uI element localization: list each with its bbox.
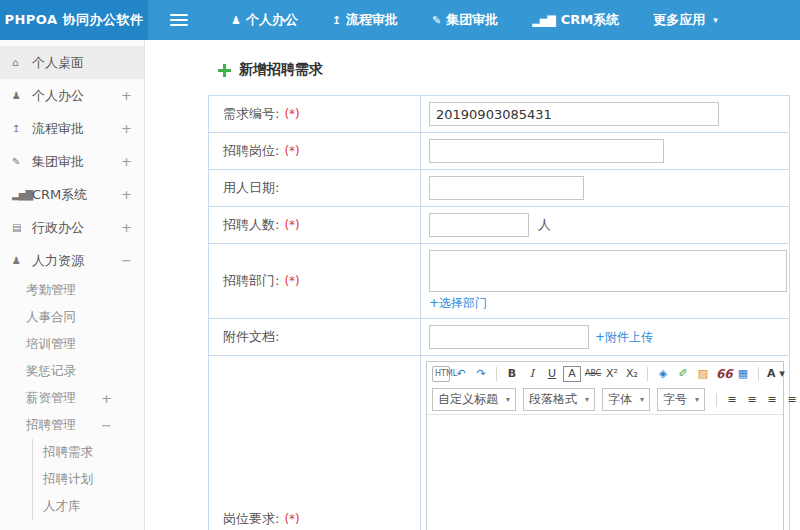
nav-item-label: CRM系统 bbox=[561, 11, 620, 29]
caret-down-icon: ▾ bbox=[585, 395, 589, 404]
sidebar-item-label: 流程审批 bbox=[32, 120, 84, 138]
nav-item[interactable]: ▂▅▇CRM系统 bbox=[515, 0, 636, 40]
sidebar-item[interactable]: 人才库 bbox=[32, 493, 144, 520]
table-icon[interactable]: ▦ bbox=[734, 365, 752, 383]
subscript-icon[interactable]: X₂ bbox=[623, 365, 641, 383]
chart-icon: ▂▅▇ bbox=[532, 14, 554, 27]
sidebar-item[interactable]: 考勤管理 bbox=[0, 277, 144, 304]
approve-icon: ✎ bbox=[12, 156, 32, 167]
attachment-upload-link[interactable]: +附件上传 bbox=[595, 329, 653, 346]
field-label: 招聘人数: (*) bbox=[209, 207, 421, 243]
field-label: 附件文档: bbox=[209, 319, 421, 355]
sidebar-item-label: 培训管理 bbox=[26, 336, 76, 353]
sidebar-item[interactable]: ↥流程审批+ bbox=[0, 112, 144, 145]
attachment-input[interactable] bbox=[429, 325, 589, 349]
sidebar-item[interactable]: 人事合同 bbox=[0, 304, 144, 331]
expand-toggle[interactable]: + bbox=[121, 154, 132, 169]
highlight-icon[interactable]: ▨ bbox=[694, 365, 712, 383]
expand-toggle[interactable]: + bbox=[121, 187, 132, 202]
sidebar-item[interactable]: ▂▅▇CRM系统+ bbox=[0, 178, 144, 211]
italic-icon[interactable]: I bbox=[523, 365, 541, 383]
field-value: +附件上传 bbox=[421, 319, 789, 355]
paragraph-format-select[interactable]: 段落格式▾ bbox=[523, 388, 595, 411]
sidebar-item[interactable]: 培训管理 bbox=[0, 331, 144, 358]
sidebar-item[interactable]: 奖惩记录 bbox=[0, 358, 144, 385]
sidebar-item[interactable]: ♟人力资源− bbox=[0, 244, 144, 277]
expand-toggle[interactable]: + bbox=[121, 121, 132, 136]
nav-item-label: 流程审批 bbox=[346, 11, 398, 29]
align-justify-icon[interactable]: ≡ bbox=[783, 391, 800, 409]
chart-icon: ▂▅▇ bbox=[12, 189, 32, 200]
editor-toolbar-row2: 自定义标题▾段落格式▾字体▾字号▾≡≡≡≡ bbox=[427, 386, 783, 415]
field-label: 用人日期: bbox=[209, 170, 421, 206]
font-size-select[interactable]: 字号▾ bbox=[657, 388, 705, 411]
nav-item-label: 集团审批 bbox=[446, 11, 498, 29]
expand-toggle[interactable]: + bbox=[121, 88, 132, 103]
form-row-requirements: 岗位要求: (*) HTML↶↷BIUAABCX²X₂◈✐▨66▦A ▾ 自定义… bbox=[209, 356, 789, 530]
label-text: 附件文档: bbox=[223, 328, 279, 346]
nav-item[interactable]: ♟个人办公 bbox=[214, 0, 315, 40]
editor-content[interactable] bbox=[427, 415, 783, 530]
nav-item[interactable]: ↥流程审批 bbox=[315, 0, 415, 40]
desktop-icon: ⌂ bbox=[12, 57, 32, 68]
process-icon: ↥ bbox=[332, 14, 340, 27]
menu-toggle-icon[interactable] bbox=[170, 14, 188, 26]
undo-icon[interactable]: ↶ bbox=[452, 365, 470, 383]
font-color-dropdown[interactable]: A ▾ bbox=[765, 365, 783, 383]
headcount-input[interactable] bbox=[429, 213, 529, 237]
label-text: 招聘人数: bbox=[223, 216, 279, 234]
sidebar-item-label: 行政办公 bbox=[32, 219, 84, 237]
underline-icon[interactable]: U bbox=[543, 365, 561, 383]
label-text: 岗位要求: bbox=[223, 510, 279, 528]
nav-item[interactable]: ✎集团审批 bbox=[415, 0, 515, 40]
strikethrough-icon[interactable]: ABC bbox=[583, 365, 601, 383]
sidebar-item[interactable]: 招聘计划 bbox=[32, 466, 144, 493]
align-right-icon[interactable]: ≡ bbox=[763, 391, 781, 409]
demand-no-input[interactable] bbox=[429, 102, 719, 126]
format-brush-icon[interactable]: ✐ bbox=[674, 365, 692, 383]
sidebar-item-label: 人力资源 bbox=[32, 252, 84, 270]
select-department-link[interactable]: +选择部门 bbox=[429, 295, 487, 312]
html-source-button[interactable]: HTML bbox=[432, 366, 450, 382]
font-family-select[interactable]: 字体▾ bbox=[602, 388, 650, 411]
hire-date-input[interactable] bbox=[429, 176, 584, 200]
sidebar-item[interactable]: 薪资管理+ bbox=[0, 385, 144, 412]
app-window: PHPOA 协同办公软件 ♟个人办公↥流程审批✎集团审批▂▅▇CRM系统更多应用… bbox=[0, 0, 800, 530]
font-box-icon[interactable]: A bbox=[563, 366, 581, 382]
expand-toggle[interactable]: + bbox=[121, 220, 132, 235]
sidebar-item[interactable]: ✎集团审批+ bbox=[0, 145, 144, 178]
align-left-icon[interactable]: ≡ bbox=[723, 391, 741, 409]
label-text: 招聘部门: bbox=[223, 272, 279, 290]
expand-toggle[interactable]: − bbox=[101, 418, 112, 433]
sidebar-item-label: 考勤管理 bbox=[26, 282, 76, 299]
field-value bbox=[421, 133, 789, 169]
required-mark: (*) bbox=[284, 107, 299, 121]
nav-item[interactable]: 更多应用▾ bbox=[636, 0, 735, 40]
sidebar-item-label: 招聘需求 bbox=[43, 444, 93, 461]
header-nav: ♟个人办公↥流程审批✎集团审批▂▅▇CRM系统更多应用▾ bbox=[214, 0, 735, 40]
blockquote-icon[interactable]: 66 bbox=[714, 365, 732, 383]
sidebar-item[interactable]: ▤行政办公+ bbox=[0, 211, 144, 244]
sidebar-item-label: 人才库 bbox=[43, 498, 81, 515]
custom-title-select[interactable]: 自定义标题▾ bbox=[432, 388, 516, 411]
sidebar-item[interactable]: 招聘管理− bbox=[0, 412, 144, 439]
bold-icon[interactable]: B bbox=[503, 365, 521, 383]
expand-toggle[interactable]: − bbox=[121, 253, 132, 268]
position-input[interactable] bbox=[429, 139, 664, 163]
user-icon: ♟ bbox=[231, 14, 240, 27]
sidebar-item[interactable]: 招聘需求 bbox=[32, 439, 144, 466]
sidebar-item-label: CRM系统 bbox=[32, 186, 87, 204]
sidebar-item[interactable]: ⌂个人桌面 bbox=[0, 46, 144, 79]
form-row-position: 招聘岗位: (*) bbox=[209, 133, 789, 170]
align-center-icon[interactable]: ≡ bbox=[743, 391, 761, 409]
redo-icon[interactable]: ↷ bbox=[472, 365, 490, 383]
sidebar-item[interactable]: ♟个人办公+ bbox=[0, 79, 144, 112]
expand-toggle[interactable]: + bbox=[101, 391, 112, 406]
department-textarea[interactable] bbox=[429, 250, 787, 292]
app-logo: PHPOA 协同办公软件 bbox=[0, 0, 148, 40]
required-mark: (*) bbox=[284, 512, 299, 526]
select-label: 自定义标题 bbox=[438, 391, 498, 408]
eraser-icon[interactable]: ◈ bbox=[654, 365, 672, 383]
page-title-text: 新增招聘需求 bbox=[239, 61, 323, 79]
superscript-icon[interactable]: X² bbox=[603, 365, 621, 383]
